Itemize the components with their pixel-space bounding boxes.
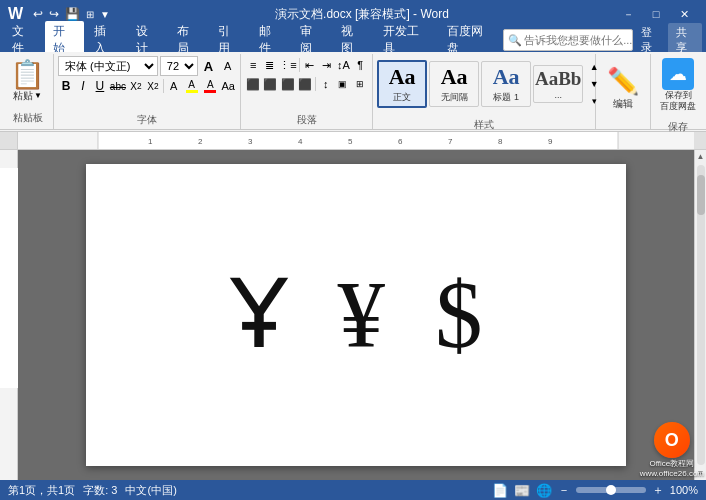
paragraph-label: 段落 bbox=[245, 111, 368, 127]
window-title: 演示文档.docx [兼容模式] - Word bbox=[110, 6, 614, 23]
increase-indent-button[interactable]: ⇥ bbox=[319, 56, 335, 74]
scroll-up-button[interactable]: ▲ bbox=[695, 150, 706, 163]
currency-yuan-capital: Ұ bbox=[230, 268, 288, 363]
logo-label: Office教程网 bbox=[649, 458, 694, 469]
ribbon: 📋 粘贴 ▼ 粘贴板 宋体 (中文正) 72 A bbox=[0, 52, 706, 132]
document-area: Ұ ¥ $ ▲ ▼ bbox=[0, 150, 706, 480]
multilevel-list-button[interactable]: ⋮≡ bbox=[279, 56, 297, 74]
svg-text:6: 6 bbox=[398, 137, 403, 146]
text-effect-button[interactable]: A bbox=[166, 77, 182, 95]
style-heading2[interactable]: AaBb ... bbox=[533, 65, 583, 104]
logo-icon: O bbox=[654, 422, 690, 458]
svg-text:4: 4 bbox=[298, 137, 303, 146]
view-mode-read[interactable]: 📄 bbox=[492, 483, 508, 498]
quick-icon-4[interactable]: ⊞ bbox=[86, 9, 94, 20]
align-right-button[interactable]: ⬛ bbox=[279, 75, 295, 93]
align-left-button[interactable]: ⬛ bbox=[245, 75, 261, 93]
align-justify-button[interactable]: ⬛ bbox=[297, 75, 313, 93]
borders-button[interactable]: ⊞ bbox=[352, 75, 368, 93]
line-spacing-button[interactable]: ↕ bbox=[318, 75, 334, 93]
style-heading1[interactable]: Aa 标题 1 bbox=[481, 61, 531, 106]
svg-text:9: 9 bbox=[548, 137, 553, 146]
style-normal[interactable]: Aa 正文 bbox=[377, 60, 427, 107]
format-painter-button[interactable]: Aa bbox=[220, 77, 236, 95]
subscript-button[interactable]: X2 bbox=[128, 77, 144, 95]
zoom-minus[interactable]: － bbox=[558, 482, 570, 499]
bullets-button[interactable]: ≡ bbox=[245, 56, 261, 74]
zoom-plus[interactable]: ＋ bbox=[652, 482, 664, 499]
clipboard-section: 📋 粘贴 ▼ 粘贴板 bbox=[2, 54, 54, 129]
style-no-spacing[interactable]: Aa 无间隔 bbox=[429, 61, 479, 106]
svg-rect-12 bbox=[0, 168, 18, 388]
bold-button[interactable]: B bbox=[58, 77, 74, 95]
svg-text:8: 8 bbox=[498, 137, 503, 146]
svg-text:5: 5 bbox=[348, 137, 353, 146]
login-button[interactable]: 登录 bbox=[641, 25, 659, 55]
ruler-svg: 1 2 3 4 5 6 7 8 9 bbox=[18, 132, 694, 149]
help-search-input[interactable] bbox=[524, 34, 644, 46]
font-section: 宋体 (中文正) 72 A A B I U abc X2 X2 A A bbox=[54, 54, 241, 129]
document-scroll: Ұ ¥ $ bbox=[18, 150, 694, 480]
align-center-button[interactable]: ⬛ bbox=[262, 75, 278, 93]
editing-section: ✏️ 编辑 bbox=[596, 54, 651, 129]
font-size-select[interactable]: 72 bbox=[160, 56, 198, 76]
font-label: 字体 bbox=[58, 111, 236, 127]
svg-text:2: 2 bbox=[198, 137, 203, 146]
vruler-svg bbox=[0, 150, 18, 480]
currency-dollar: $ bbox=[435, 268, 483, 363]
office-logo: O Office教程网 www.office26.com bbox=[640, 422, 704, 478]
highlight-button[interactable]: A bbox=[183, 77, 201, 95]
scroll-thumb[interactable] bbox=[697, 175, 705, 215]
svg-rect-0 bbox=[98, 132, 618, 149]
editing-label bbox=[600, 125, 646, 127]
view-mode-print[interactable]: 📰 bbox=[514, 483, 530, 498]
underline-button[interactable]: U bbox=[92, 77, 108, 95]
sort-button[interactable]: ↕A bbox=[335, 56, 351, 74]
save-baidu-button[interactable]: ☁ 保存到百度网盘 bbox=[658, 56, 698, 114]
scroll-track bbox=[697, 165, 705, 465]
font-decrease-button[interactable]: A bbox=[219, 57, 236, 75]
document-content: Ұ ¥ $ bbox=[210, 248, 503, 383]
show-marks-button[interactable]: ¶ bbox=[352, 56, 368, 74]
zoom-level[interactable]: 100% bbox=[670, 484, 698, 496]
help-search-box[interactable]: 🔍 bbox=[503, 29, 633, 51]
svg-text:7: 7 bbox=[448, 137, 453, 146]
numbering-button[interactable]: ≣ bbox=[262, 56, 278, 74]
svg-text:1: 1 bbox=[148, 137, 153, 146]
save-quick-icon[interactable]: 💾 bbox=[65, 7, 80, 21]
logo-site: www.office26.com bbox=[640, 469, 704, 478]
italic-button[interactable]: I bbox=[75, 77, 91, 95]
language: 中文(中国) bbox=[125, 483, 176, 498]
search-icon: 🔍 bbox=[508, 34, 522, 47]
zoom-slider-thumb[interactable] bbox=[606, 485, 616, 495]
view-mode-web[interactable]: 🌐 bbox=[536, 483, 552, 498]
redo-icon[interactable]: ↪ bbox=[49, 7, 59, 21]
status-bar: 第1页，共1页 字数: 3 中文(中国) 📄 📰 🌐 － ＋ 100% bbox=[0, 480, 706, 500]
clipboard-label: 粘贴板 bbox=[13, 109, 43, 125]
document-page[interactable]: Ұ ¥ $ bbox=[86, 164, 626, 466]
quick-icon-5[interactable]: ▼ bbox=[100, 9, 110, 20]
strikethrough-button[interactable]: abc bbox=[109, 77, 127, 95]
svg-text:3: 3 bbox=[248, 137, 253, 146]
zoom-slider[interactable] bbox=[576, 487, 646, 493]
font-color-button[interactable]: A bbox=[201, 77, 219, 95]
editing-button[interactable]: ✏️ 编辑 bbox=[605, 64, 641, 113]
undo-icon[interactable]: ↩ bbox=[33, 7, 43, 21]
vertical-ruler bbox=[0, 150, 18, 480]
save-section: ☁ 保存到百度网盘 保存 bbox=[651, 54, 706, 129]
styles-label: 样式 bbox=[377, 116, 591, 132]
font-name-select[interactable]: 宋体 (中文正) bbox=[58, 56, 158, 76]
shading-button[interactable]: ▣ bbox=[335, 75, 351, 93]
font-increase-button[interactable]: A bbox=[200, 57, 217, 75]
menu-bar: 文件 开始 插入 设计 布局 引用 邮件 审阅 视图 开发工具 百度网盘 🔍 登… bbox=[0, 28, 706, 52]
paragraph-section: ≡ ≣ ⋮≡ ⇤ ⇥ ↕A ¶ ⬛ ⬛ ⬛ ⬛ ↕ ▣ ⊞ 段落 bbox=[241, 54, 373, 129]
styles-section: Aa 正文 Aa 无间隔 Aa 标题 1 AaBb ... ▲ ▼ bbox=[373, 54, 596, 129]
page-info: 第1页，共1页 bbox=[8, 483, 75, 498]
superscript-button[interactable]: X2 bbox=[145, 77, 161, 95]
horizontal-ruler: 1 2 3 4 5 6 7 8 9 bbox=[0, 132, 706, 150]
currency-yen: ¥ bbox=[338, 268, 386, 363]
decrease-indent-button[interactable]: ⇤ bbox=[302, 56, 318, 74]
paste-button[interactable]: 📋 粘贴 ▼ bbox=[6, 59, 49, 105]
word-count: 字数: 3 bbox=[83, 483, 117, 498]
